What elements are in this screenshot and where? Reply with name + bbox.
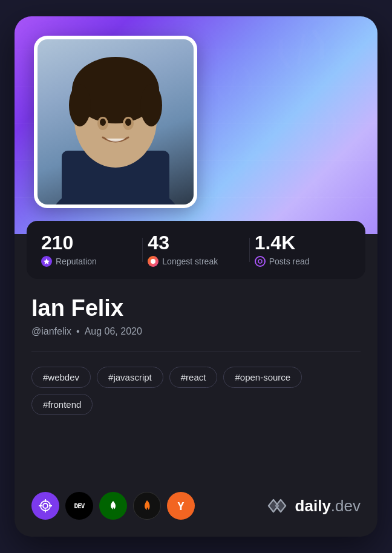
daily-brand: daily: [295, 497, 331, 515]
card-footer: DEV Y: [15, 492, 377, 537]
reputation-label-row: Reputation: [41, 256, 137, 267]
posts-icon: [255, 256, 266, 267]
stat-streak: 43 Longest streak: [148, 233, 244, 267]
streak-value: 43: [148, 233, 244, 252]
daily-dev-logo: daily.dev: [267, 497, 361, 515]
posts-label-row: Posts read: [255, 256, 351, 267]
profile-joined: Aug 06, 2020: [85, 326, 142, 337]
dev-text: DEV: [74, 502, 85, 510]
tag-frontend[interactable]: #frontend: [31, 394, 93, 415]
svg-point-9: [100, 119, 106, 126]
streak-label-row: Longest streak: [148, 256, 244, 267]
stat-divider-1: [142, 238, 143, 262]
tags-section: #webdev #javascript #react #open-source …: [31, 367, 361, 415]
tag-open-source[interactable]: #open-source: [223, 367, 302, 388]
svg-point-5: [69, 84, 91, 126]
social-icon-yc[interactable]: Y: [167, 492, 195, 520]
stats-bar: 210 Reputation 43 Longest streak 1.4K: [27, 221, 365, 279]
profile-divider: [31, 352, 361, 352]
reputation-value: 210: [41, 233, 137, 252]
posts-value: 1.4K: [255, 233, 351, 252]
tag-javascript[interactable]: #javascript: [97, 367, 163, 388]
person-illustration: [38, 39, 194, 205]
social-icon-fcc[interactable]: [99, 492, 127, 520]
profile-card: ⟨/⟩ ⟨/⟩ ⟨/⟩ ⟨/⟩ ⟨/⟩ ⟨/⟩ ⟨/⟩: [15, 16, 377, 537]
social-icon-dev[interactable]: DEV: [65, 492, 93, 520]
svg-point-14: [41, 501, 50, 511]
yc-text: Y: [178, 500, 185, 512]
svg-marker-11: [44, 258, 50, 264]
profile-handle: @ianfelix: [31, 326, 71, 337]
daily-logo-icon: [267, 497, 290, 515]
stat-reputation: 210 Reputation: [41, 233, 137, 267]
profile-section: Ian Felix @ianfelix • Aug 06, 2020 #webd…: [15, 279, 377, 492]
reputation-label: Reputation: [56, 257, 97, 266]
svg-point-10: [125, 119, 131, 126]
meta-dot: •: [76, 326, 80, 337]
avatar: [34, 36, 197, 208]
social-icons: DEV Y: [31, 492, 195, 520]
stat-divider-2: [249, 238, 250, 262]
daily-suffix: .dev: [331, 497, 361, 515]
social-icon-hashnode[interactable]: [133, 492, 161, 520]
streak-label: Longest streak: [162, 257, 218, 266]
profile-name: Ian Felix: [31, 296, 361, 321]
card-header: ⟨/⟩ ⟨/⟩ ⟨/⟩ ⟨/⟩ ⟨/⟩ ⟨/⟩ ⟨/⟩: [15, 16, 377, 234]
posts-label: Posts read: [269, 257, 310, 266]
tag-webdev[interactable]: #webdev: [31, 367, 91, 388]
avatar-image: [38, 39, 194, 205]
profile-meta: @ianfelix • Aug 06, 2020: [31, 326, 361, 337]
daily-logo-text: daily.dev: [295, 497, 361, 515]
tag-react[interactable]: #react: [169, 367, 218, 388]
svg-point-13: [258, 260, 262, 263]
svg-point-15: [43, 503, 48, 508]
svg-point-6: [140, 84, 162, 126]
svg-point-12: [151, 259, 155, 264]
reputation-icon: [41, 256, 52, 267]
streak-icon: [148, 256, 158, 267]
social-icon-tracker[interactable]: [31, 492, 59, 520]
stat-posts: 1.4K Posts read: [255, 233, 351, 267]
